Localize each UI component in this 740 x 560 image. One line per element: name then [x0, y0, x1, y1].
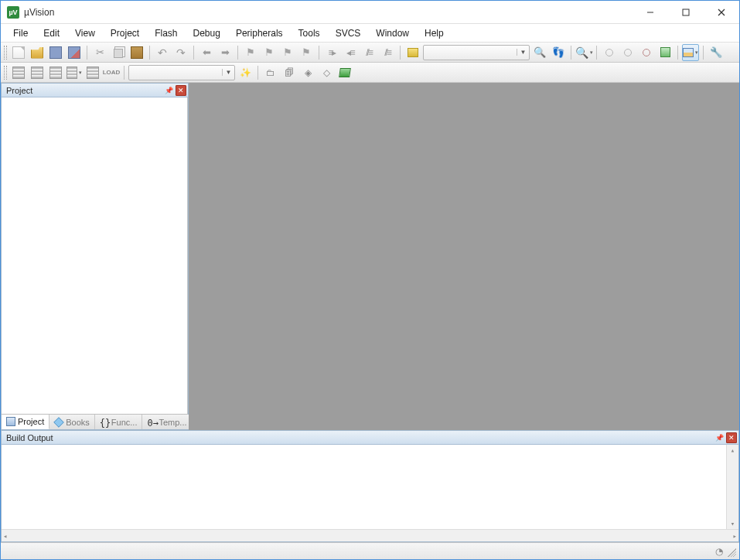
find-in-files-button[interactable]: [404, 44, 421, 61]
pin-icon[interactable]: 📌: [714, 432, 725, 443]
menu-svcs[interactable]: SVCS: [328, 26, 369, 41]
scroll-left-icon: ◂: [3, 532, 7, 540]
toolbar-separator: [319, 46, 319, 60]
chevron-down-icon: ▼: [517, 49, 529, 56]
vertical-scrollbar[interactable]: ▴ ▾: [726, 445, 738, 529]
toolbar-separator: [87, 46, 87, 60]
menu-file[interactable]: File: [5, 26, 36, 41]
project-panel-tabs: Project Books {} Func... 0→ Temp...: [2, 414, 188, 429]
uncomment-button[interactable]: //≡: [379, 44, 396, 61]
breakpoint-disable-button[interactable]: [638, 44, 655, 61]
build-output-titlebar[interactable]: Build Output 📌 ✕: [2, 431, 738, 445]
breakpoint-enable-button[interactable]: [619, 44, 636, 61]
target-select-combo[interactable]: ▼: [128, 65, 235, 80]
batch-build-button[interactable]: [66, 64, 83, 81]
save-button[interactable]: [47, 44, 64, 61]
find-combo[interactable]: ▼: [423, 45, 530, 60]
status-bar: ◔: [1, 542, 739, 559]
window-layout-button[interactable]: [682, 44, 699, 61]
build-button[interactable]: [29, 64, 46, 81]
rebuild-button[interactable]: [47, 64, 64, 81]
manage-project-items-button[interactable]: 🗀: [262, 64, 279, 81]
editor-area: [189, 83, 739, 430]
undo-button[interactable]: ↶: [154, 44, 171, 61]
menu-debug[interactable]: Debug: [186, 26, 228, 41]
open-file-button[interactable]: [29, 44, 46, 61]
breakpoint-insert-button[interactable]: [601, 44, 618, 61]
toolbar-separator: [400, 46, 401, 60]
toolbar-grip[interactable]: [4, 66, 7, 80]
toolbar-separator: [596, 46, 597, 60]
panel-close-button[interactable]: ✕: [726, 432, 737, 443]
bookmark-toggle-button[interactable]: ⚑: [242, 44, 259, 61]
workspace: Project 📌 ✕ Project Books {} Func... 0→ …: [1, 83, 739, 430]
menu-help[interactable]: Help: [417, 26, 452, 41]
manage-rte-button[interactable]: [336, 64, 353, 81]
tab-templates[interactable]: 0→ Temp...: [142, 415, 192, 429]
nav-back-button[interactable]: ⬅: [198, 44, 215, 61]
target-options-button[interactable]: ✨: [237, 64, 254, 81]
outdent-button[interactable]: ◂≡: [342, 44, 359, 61]
copy-button[interactable]: [110, 44, 127, 61]
find-button[interactable]: 🔍: [531, 44, 548, 61]
status-indicator-icon: ◔: [713, 545, 725, 558]
tab-books[interactable]: Books: [49, 415, 95, 429]
incremental-find-button[interactable]: 👣: [550, 44, 567, 61]
breakpoint-kill-button[interactable]: [656, 44, 674, 61]
maximize-button[interactable]: [668, 1, 704, 24]
close-button[interactable]: [704, 1, 739, 24]
file-extensions-button[interactable]: 🗐: [281, 64, 298, 81]
menu-edit[interactable]: Edit: [36, 26, 67, 41]
resize-grip[interactable]: [725, 546, 736, 557]
select-packs-button[interactable]: ◇: [318, 64, 335, 81]
manage-books-button[interactable]: ◈: [299, 64, 316, 81]
project-panel-titlebar[interactable]: Project 📌 ✕: [2, 84, 188, 97]
chevron-down-icon: ▼: [222, 69, 234, 76]
build-output-text[interactable]: ▴ ▾ ◂ ▸: [2, 445, 738, 541]
tab-templates-label: Temp...: [159, 418, 186, 427]
menu-tools[interactable]: Tools: [291, 26, 328, 41]
bookmark-clear-button[interactable]: ⚑: [298, 44, 315, 61]
project-tab-icon: [6, 417, 15, 426]
toolbar-separator: [257, 66, 258, 80]
panel-close-button[interactable]: ✕: [176, 85, 186, 96]
scroll-down-icon: ▾: [731, 520, 735, 528]
menu-project[interactable]: Project: [103, 26, 147, 41]
redo-button[interactable]: ↷: [172, 44, 189, 61]
templates-tab-icon: 0→: [147, 418, 156, 427]
debug-session-button[interactable]: 🔍: [575, 44, 592, 61]
project-tree[interactable]: [2, 97, 188, 414]
tab-project-label: Project: [18, 417, 44, 426]
translate-button[interactable]: [10, 64, 27, 81]
tab-functions-label: Func...: [111, 418, 138, 427]
menu-flash[interactable]: Flash: [147, 26, 185, 41]
cut-button[interactable]: ✂: [91, 44, 108, 61]
minimize-button[interactable]: [633, 1, 668, 24]
comment-button[interactable]: //≡: [360, 44, 377, 61]
menu-bar: File Edit View Project Flash Debug Perip…: [1, 24, 739, 43]
horizontal-scrollbar[interactable]: ◂ ▸: [2, 529, 738, 541]
menu-window[interactable]: Window: [368, 26, 417, 41]
menu-view[interactable]: View: [67, 26, 103, 41]
tab-project[interactable]: Project: [2, 415, 49, 429]
stop-build-button[interactable]: [84, 64, 101, 81]
menu-peripherals[interactable]: Peripherals: [228, 26, 291, 41]
build-output-panel: Build Output 📌 ✕ ▴ ▾ ◂ ▸: [1, 430, 739, 542]
project-panel-title: Project: [6, 86, 32, 95]
configure-button[interactable]: 🔧: [708, 44, 725, 61]
paste-button[interactable]: [128, 44, 145, 61]
nav-forward-button[interactable]: ➡: [217, 44, 234, 61]
pin-icon[interactable]: 📌: [163, 85, 174, 96]
download-button[interactable]: LOAD: [103, 64, 120, 81]
tab-functions[interactable]: {} Func...: [95, 415, 143, 429]
bookmark-next-button[interactable]: ⚑: [279, 44, 296, 61]
indent-button[interactable]: ≡▸: [323, 44, 340, 61]
new-file-button[interactable]: [10, 44, 27, 61]
toolbar-separator: [124, 66, 124, 80]
file-toolbar: ✂ ↶ ↷ ⬅ ➡ ⚑ ⚑ ⚑ ⚑ ≡▸ ◂≡ //≡ //≡ ▼ 🔍 👣 🔍 …: [1, 43, 739, 63]
tab-books-label: Books: [66, 418, 90, 427]
toolbar-grip[interactable]: [4, 46, 7, 60]
save-all-button[interactable]: [66, 44, 83, 61]
bookmark-prev-button[interactable]: ⚑: [261, 44, 278, 61]
toolbar-separator: [237, 46, 238, 60]
